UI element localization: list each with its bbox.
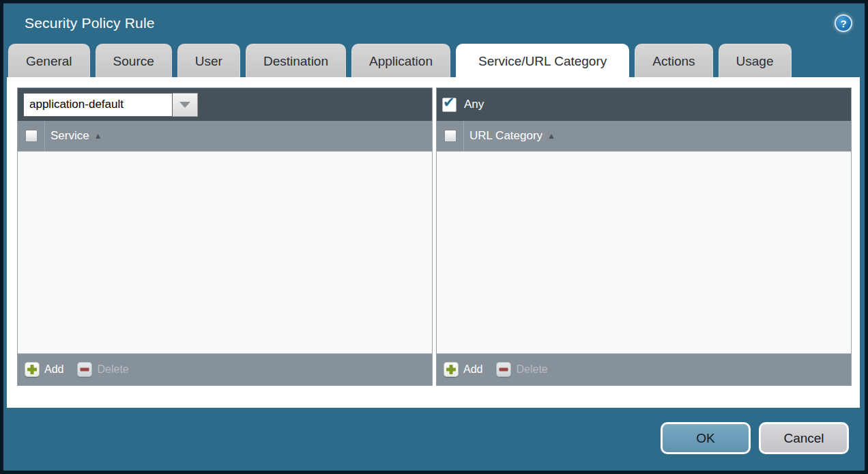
service-panel-toolbar: application-default: [18, 88, 432, 121]
service-select-all-cell: [18, 121, 45, 151]
minus-icon: [496, 362, 511, 377]
tab-application[interactable]: Application: [351, 44, 450, 77]
sort-ascending-icon: ▲: [94, 132, 102, 140]
tab-destination[interactable]: Destination: [246, 44, 346, 77]
service-type-value[interactable]: application-default: [23, 93, 173, 117]
sort-ascending-icon: ▲: [547, 132, 555, 140]
service-add-label: Add: [44, 363, 63, 376]
service-panel: application-default Service ▲ Add: [17, 87, 433, 386]
help-icon[interactable]: ?: [835, 14, 852, 32]
dialog-title: Security Policy Rule: [25, 15, 155, 31]
url-category-panel-toolbar: ✔ Any: [437, 88, 851, 121]
tab-user[interactable]: User: [177, 44, 240, 77]
url-category-panel-footer: Add Delete: [437, 353, 851, 385]
url-category-panel: ✔ Any URL Category ▲ Add Delete: [436, 87, 852, 386]
service-add-button[interactable]: Add: [25, 362, 63, 377]
url-category-column-header[interactable]: URL Category ▲: [437, 121, 851, 152]
checkmark-icon: ✔: [443, 94, 455, 111]
service-column-label: Service: [50, 129, 89, 143]
tab-content-service-url-category: application-default Service ▲ Add: [7, 77, 860, 408]
service-delete-button[interactable]: Delete: [77, 362, 128, 377]
url-category-select-all-checkbox[interactable]: [444, 130, 457, 142]
service-panel-footer: Add Delete: [18, 353, 432, 385]
minus-icon: [77, 362, 92, 377]
url-category-delete-label: Delete: [516, 363, 547, 376]
service-type-dropdown: application-default: [23, 93, 198, 117]
dialog-titlebar: Security Policy Rule ?: [3, 3, 865, 43]
service-type-dropdown-button[interactable]: [173, 93, 198, 117]
service-select-all-checkbox[interactable]: [25, 130, 38, 142]
cancel-button[interactable]: Cancel: [759, 422, 849, 454]
tab-bar: General Source User Destination Applicat…: [3, 43, 865, 77]
url-category-delete-button[interactable]: Delete: [496, 362, 547, 377]
any-checkbox[interactable]: ✔: [442, 98, 457, 112]
plus-icon: [444, 362, 459, 377]
url-category-add-button[interactable]: Add: [444, 362, 482, 377]
security-policy-rule-dialog: Security Policy Rule ? General Source Us…: [3, 3, 865, 471]
tab-actions[interactable]: Actions: [635, 44, 712, 77]
tab-source[interactable]: Source: [96, 44, 172, 77]
url-category-column-label: URL Category: [469, 129, 542, 143]
tab-usage[interactable]: Usage: [719, 44, 792, 77]
service-column-header[interactable]: Service ▲: [18, 121, 432, 152]
tab-general[interactable]: General: [8, 44, 90, 77]
plus-icon: [25, 362, 40, 377]
dialog-action-bar: OK Cancel: [3, 408, 865, 471]
ok-button[interactable]: OK: [661, 422, 751, 454]
chevron-down-icon: [179, 102, 190, 108]
service-delete-label: Delete: [97, 363, 128, 376]
screen-background: { "window": { "title": "Security Policy …: [0, 0, 868, 474]
service-list: [18, 152, 432, 353]
tab-service-url-category[interactable]: Service/URL Category: [456, 44, 629, 77]
url-category-select-all-cell: [437, 121, 464, 151]
any-checkbox-label: Any: [464, 98, 484, 111]
url-category-list: [437, 152, 851, 353]
url-category-add-label: Add: [463, 363, 482, 376]
